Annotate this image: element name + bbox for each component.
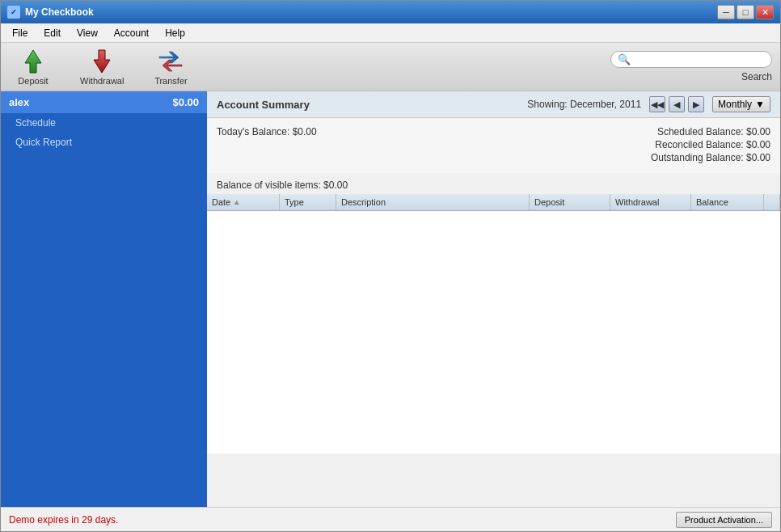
sidebar-item-quick-report[interactable]: Quick Report [1,133,207,152]
status-bar: Demo expires in 29 days. Product Activat… [1,507,780,531]
search-box[interactable]: 🔍 [610,51,772,68]
window-controls: ─ □ ✕ [717,5,774,19]
monthly-label: Monthly [718,99,752,110]
sidebar-spacer [1,152,207,507]
close-button[interactable]: ✕ [756,5,774,19]
deposit-button[interactable]: Deposit [9,45,57,89]
menu-help[interactable]: Help [157,25,193,41]
nav-prev-prev-button[interactable]: ◀◀ [649,96,665,112]
col-type[interactable]: Type [280,194,336,210]
account-summary-title: Account Summary [217,99,310,111]
sidebar: alex $0.00 Schedule Quick Report [1,91,207,507]
search-icon: 🔍 [618,53,631,65]
menu-view[interactable]: View [69,25,106,41]
maximize-button[interactable]: □ [737,5,754,19]
deposit-label: Deposit [18,76,48,86]
col-deposit[interactable]: Deposit [530,194,610,210]
table-body [207,211,780,454]
transfer-button[interactable]: Transfer [146,45,195,89]
scheduled-balances: Scheduled Balance: $0.00 Reconciled Bala… [651,126,770,165]
transfer-label: Transfer [154,76,188,86]
withdrawal-label: Withdrawal [80,76,124,86]
deposit-icon [19,49,48,74]
scheduled-balance: Scheduled Balance: $0.00 [651,126,770,137]
col-withdrawal[interactable]: Withdrawal [610,194,691,210]
outstanding-balance: Outstanding Balance: $0.00 [651,152,770,163]
col-balance[interactable]: Balance [691,194,764,210]
demo-expires-text: Demo expires in 29 days. [9,514,118,526]
todays-balance: Today's Balance: $0.00 [217,126,317,137]
menu-edit[interactable]: Edit [36,25,69,41]
monthly-dropdown-button[interactable]: Monthly ▼ [712,96,770,112]
main-area: alex $0.00 Schedule Quick Report Account… [1,91,780,507]
col-date[interactable]: Date ▲ [207,194,280,210]
product-activation-button[interactable]: Product Activation... [676,512,772,528]
nav-prev-button[interactable]: ◀ [669,96,685,112]
col-extra [764,194,780,210]
showing-text: Showing: December, 2011 [527,99,641,110]
withdrawal-icon [87,49,116,74]
withdrawal-button[interactable]: Withdrawal [74,45,130,89]
nav-next-button[interactable]: ▶ [688,96,704,112]
menu-bar: File Edit View Account Help [1,23,780,43]
visible-items-balance: Balance of visible items: $0.00 [207,173,780,194]
toolbar: Deposit Withdrawal [1,43,780,91]
sort-icon-date: ▲ [233,198,240,206]
content-area: Account Summary Showing: December, 2011 … [207,91,780,507]
menu-account[interactable]: Account [106,25,157,41]
transfer-icon [156,49,185,74]
search-label: Search [741,71,772,82]
minimize-button[interactable]: ─ [717,5,735,19]
monthly-dropdown-arrow: ▼ [755,99,765,110]
account-balance: $0.00 [172,96,199,108]
account-name: alex [9,96,29,108]
sidebar-account-item[interactable]: alex $0.00 [1,91,207,113]
title-bar: ✓ My Checkbook ─ □ ✕ [1,1,780,23]
table-header: Date ▲ Type Description Deposit Withdraw… [207,194,780,211]
account-summary-header: Account Summary Showing: December, 2011 … [207,91,780,118]
account-summary-nav: Showing: December, 2011 ◀◀ ◀ ▶ Monthly ▼ [527,96,770,112]
search-input[interactable] [634,54,765,65]
col-description[interactable]: Description [336,194,530,210]
window-title: My Checkbook [25,6,94,18]
data-table[interactable]: Date ▲ Type Description Deposit Withdraw… [207,194,780,507]
reconciled-balance: Reconciled Balance: $0.00 [651,139,770,150]
sidebar-item-schedule[interactable]: Schedule [1,113,207,133]
app-icon: ✓ [7,6,20,19]
menu-file[interactable]: File [4,25,36,41]
balance-section: Today's Balance: $0.00 Scheduled Balance… [207,118,780,173]
